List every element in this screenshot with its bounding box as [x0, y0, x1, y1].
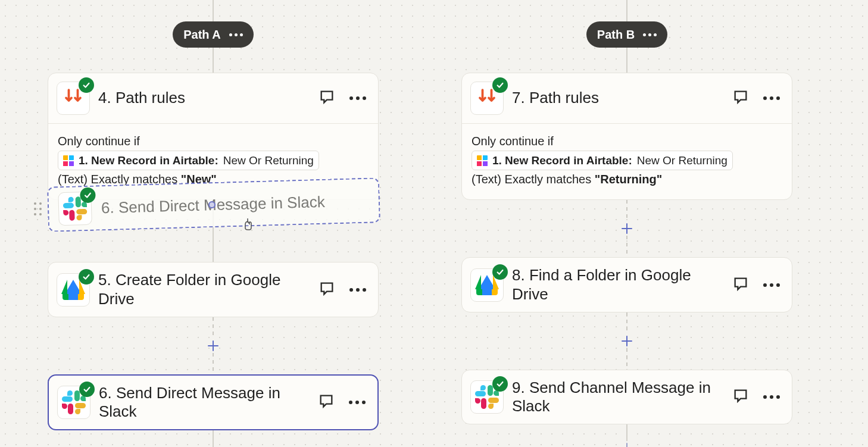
condition-prefix: Only continue if	[472, 135, 554, 148]
check-icon	[492, 77, 508, 93]
check-icon	[79, 269, 94, 285]
more-icon[interactable]	[643, 33, 657, 36]
path-a-pill[interactable]: Path A	[173, 21, 254, 48]
add-step-button[interactable]	[206, 339, 220, 353]
comment-icon[interactable]	[732, 89, 749, 108]
condition-prefix: Only continue if	[58, 135, 140, 148]
add-step-button[interactable]	[620, 334, 634, 348]
chip-field: New Or Returning	[223, 152, 314, 169]
check-icon	[492, 376, 508, 392]
more-icon[interactable]	[762, 93, 781, 104]
cursor-icon	[242, 217, 253, 231]
add-step-button[interactable]	[620, 221, 634, 236]
path-rules-icon	[57, 82, 90, 115]
condition-match: "Returning"	[595, 173, 662, 186]
comment-icon[interactable]	[319, 89, 335, 108]
connector-line	[213, 430, 214, 447]
check-icon	[79, 77, 94, 93]
gdrive-step-title: 8. Find a Folder in Google Drive	[512, 266, 724, 303]
more-icon[interactable]	[348, 93, 367, 104]
condition-suffix: (Text) Exactly matches	[472, 173, 595, 186]
airtable-icon	[63, 155, 74, 166]
path-b-label: Path B	[597, 28, 635, 42]
slack-icon	[58, 192, 92, 226]
comment-icon[interactable]	[732, 276, 749, 295]
chip-label: 1. New Record in Airtable:	[79, 152, 218, 169]
comment-icon[interactable]	[319, 280, 335, 299]
connector-line	[213, 48, 214, 73]
gdrive-step-title: 5. Create Folder in Google Drive	[98, 271, 310, 308]
connector-line	[213, 353, 214, 374]
connector-line	[626, 48, 627, 73]
more-icon[interactable]	[348, 285, 367, 295]
slack-step-title: 6. Send Direct Message in Slack	[99, 384, 310, 421]
more-icon[interactable]	[348, 397, 367, 408]
path-b-pill[interactable]: Path B	[586, 21, 667, 48]
flow-canvas[interactable]: Path A 4. Path rules	[0, 0, 868, 447]
google-drive-icon	[57, 273, 90, 307]
gdrive-step-card[interactable]: 5. Create Folder in Google Drive	[48, 262, 379, 317]
more-icon[interactable]	[762, 280, 781, 290]
airtable-icon	[477, 155, 488, 166]
path-rules-card[interactable]: 7. Path rules Only continue if 1. New Re…	[461, 73, 792, 200]
connector-line	[626, 348, 627, 370]
path-rules-condition: Only continue if 1. New Record in Airtab…	[462, 123, 792, 199]
path-b-column: Path B 7. Path rules	[461, 0, 792, 447]
chip-label: 1. New Record in Airtable:	[492, 152, 632, 169]
drag-handle-icon[interactable]	[34, 202, 43, 217]
slack-step-card[interactable]: 9. Send Channel Message in Slack	[461, 370, 792, 424]
connector-line	[626, 200, 627, 221]
path-rules-title: 7. Path rules	[512, 89, 724, 107]
connector-line	[626, 0, 627, 21]
slack-icon	[57, 386, 90, 419]
connector-line	[626, 236, 627, 257]
slack-icon	[470, 380, 504, 414]
add-step-button[interactable]	[620, 441, 634, 447]
connector-line	[213, 317, 214, 339]
comment-icon[interactable]	[732, 387, 749, 407]
connector-line	[213, 0, 214, 21]
chip-field: New Or Returning	[637, 152, 728, 169]
airtable-chip[interactable]: 1. New Record in Airtable: New Or Return…	[58, 151, 319, 170]
airtable-chip[interactable]: 1. New Record in Airtable: New Or Return…	[472, 151, 733, 170]
slack-step-title: 9. Send Channel Message in Slack	[512, 379, 724, 415]
path-a-label: Path A	[183, 28, 221, 42]
dragging-step-ghost[interactable]: 6. Send Direct Message in Slack	[47, 177, 380, 232]
check-icon	[492, 264, 508, 280]
path-rules-icon	[470, 82, 504, 115]
connector-line	[626, 312, 627, 334]
google-drive-icon	[470, 268, 504, 302]
comment-icon[interactable]	[318, 393, 335, 412]
gdrive-step-card[interactable]: 8. Find a Folder in Google Drive	[461, 257, 792, 312]
path-rules-title: 4. Path rules	[98, 89, 310, 107]
check-icon	[80, 187, 96, 204]
check-icon	[79, 382, 95, 397]
more-icon[interactable]	[762, 392, 781, 402]
slack-step-card[interactable]: 6. Send Direct Message in Slack	[48, 374, 379, 430]
connector-line	[626, 424, 627, 441]
more-icon[interactable]	[229, 33, 243, 36]
